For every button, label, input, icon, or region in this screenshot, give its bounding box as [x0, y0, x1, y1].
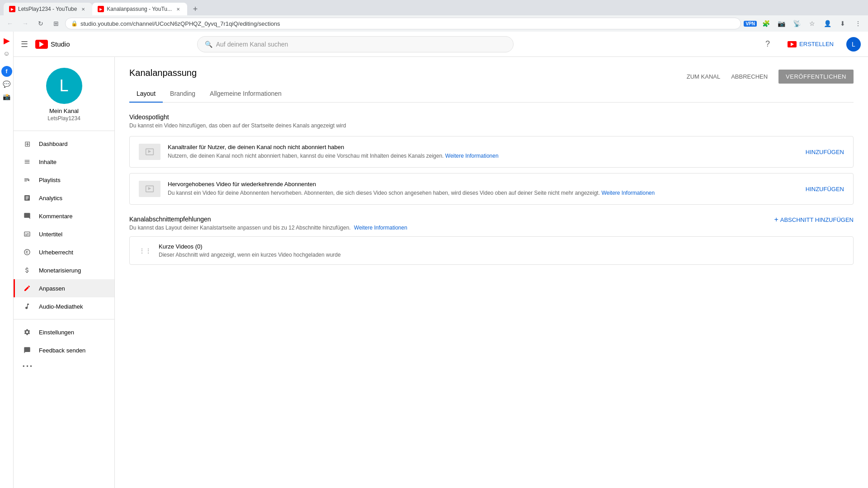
search-input-wrapper[interactable]: 🔍 [197, 36, 514, 52]
sidebar-item-anpassen[interactable]: Anpassen [14, 279, 114, 297]
tab-branding[interactable]: Branding [163, 85, 203, 103]
add-section-label: ABSCHNITT HINZUFÜGEN [780, 216, 854, 223]
create-label: ERSTELLEN [799, 41, 834, 47]
channel-avatar[interactable]: L [46, 68, 82, 104]
main-content: Kanalanpassung ZUM KANAL ABBRECHEN VERÖF… [115, 57, 868, 488]
short-video-info: Kurze Videos (0) Dieser Abschnitt wird a… [159, 243, 844, 258]
reload-button[interactable]: ↻ [34, 17, 47, 30]
hervorgehobenes-thumb [139, 181, 160, 197]
tab-1-close-icon[interactable]: ✕ [80, 5, 87, 13]
channel-handle: LetsPlay1234 [47, 115, 80, 122]
kanalabschnitt-title-area: Kanalabschnittempfehlungen Du kannst das… [129, 216, 407, 231]
sidebar-label-playlists: Playlists [39, 177, 61, 183]
hervorgehobenes-title: Hervorgehobenes Video für wiederkehrende… [168, 181, 798, 188]
sidebar-item-feedback[interactable]: Feedback senden [14, 341, 114, 359]
browser-tab-1[interactable]: ▶ LetsPlay1234 - YouTube ✕ [4, 3, 92, 15]
app-icon-3[interactable]: f [1, 66, 12, 77]
playlists-icon [23, 176, 32, 183]
url-text: studio.youtube.com/channel/UCocN6zQPHQZ_… [80, 20, 280, 27]
sidebar-item-playlists[interactable]: Playlists [14, 171, 114, 189]
drag-handle-icon[interactable]: ⋮⋮ [139, 247, 151, 254]
avatar[interactable]: L [846, 37, 861, 52]
hervorgehobenes-info: Hervorgehobenes Video für wiederkehrende… [168, 181, 798, 197]
hervorgehobenes-hinzufugen-button[interactable]: HINZUFÜGEN [806, 186, 844, 192]
sidebar-label-kommentare: Kommentare [39, 213, 72, 220]
analytics-icon [23, 194, 32, 202]
menu-button[interactable]: ⋮ [852, 17, 864, 30]
profile-button[interactable]: 👤 [821, 17, 834, 30]
cast-button[interactable]: 📡 [790, 17, 803, 30]
sidebar-item-inhalte[interactable]: Inhalte [14, 153, 114, 171]
sidebar-label-inhalte: Inhalte [39, 159, 57, 165]
new-tab-button[interactable]: + [189, 3, 202, 15]
dashboard-icon: ⊞ [23, 140, 32, 148]
studio-text: Studio [51, 40, 70, 48]
hervorgehobenes-card: Hervorgehobenes Video für wiederkehrende… [129, 173, 854, 205]
zum-kanal-link[interactable]: ZUM KANAL [687, 73, 720, 80]
videospotlight-section: Videospotlight Du kannst ein Video hinzu… [129, 113, 854, 205]
sidebar-label-monetarisierung: Monetarisierung [39, 267, 81, 274]
sidebar-item-untertitel[interactable]: Untertitel [14, 225, 114, 243]
back-button[interactable]: ← [4, 17, 16, 30]
yt-studio-logo[interactable]: Studio [35, 40, 70, 49]
lock-icon: 🔒 [71, 20, 78, 27]
tab-layout[interactable]: Layout [129, 85, 163, 103]
hervorgehobenes-desc-text: Du kannst ein Video für deine Abonnenten… [168, 190, 600, 196]
sidebar-item-kommentare[interactable]: Kommentare [14, 207, 114, 225]
app-icon-2[interactable]: ☺ [1, 48, 12, 59]
short-video-desc: Dieser Abschnitt wird angezeigt, wenn ei… [159, 252, 844, 258]
help-button[interactable]: ? [760, 37, 775, 52]
sidebar-item-monetarisierung[interactable]: Monetarisierung [14, 261, 114, 279]
download-button[interactable]: ⬇ [836, 17, 849, 30]
sidebar-item-audio-mediathek[interactable]: Audio-Mediathek [14, 297, 114, 315]
kanaltrailer-desc: Nutzern, die deinen Kanal noch nicht abo… [168, 152, 798, 160]
kanaltrailer-info: Kanaltrailer für Nutzer, die deinen Kana… [168, 144, 798, 160]
sidebar-item-einstellungen[interactable]: Einstellungen [14, 323, 114, 341]
bookmark-button[interactable]: ☆ [806, 17, 818, 30]
hervorgehobenes-desc: Du kannst ein Video für deine Abonnenten… [168, 189, 798, 197]
sidebar-item-urheberrecht[interactable]: Urheberrecht [14, 243, 114, 261]
forward-button[interactable]: → [19, 17, 32, 30]
abbrechen-link[interactable]: ABBRECHEN [731, 73, 768, 80]
kanaltrailer-thumb [139, 144, 160, 160]
sidebar-label-audio-mediathek: Audio-Mediathek [39, 303, 83, 310]
app-icon-1[interactable]: ▶ [1, 35, 12, 46]
sidebar-item-dashboard[interactable]: ⊞ Dashboard [14, 135, 114, 153]
untertitel-icon [23, 230, 32, 238]
search-icon: 🔍 [205, 41, 212, 48]
browser-tab-2[interactable]: ▶ Kanalanpassung - YouTu... ✕ [92, 3, 187, 15]
more-options[interactable]: • • • [23, 363, 32, 370]
app-icon-4[interactable]: 💬 [1, 79, 12, 89]
sidebar-item-analytics[interactable]: Analytics [14, 189, 114, 207]
kanalabschnitt-link[interactable]: Weitere Informationen [354, 225, 407, 231]
add-section-button[interactable]: + ABSCHNITT HINZUFÜGEN [774, 216, 854, 224]
sidebar-label-einstellungen: Einstellungen [39, 329, 74, 336]
search-bar: 🔍 [197, 36, 514, 52]
page-title: Kanalanpassung [129, 68, 197, 78]
hervorgehobenes-link[interactable]: Weitere Informationen [601, 190, 655, 196]
browser-chrome: ▶ LetsPlay1234 - YouTube ✕ ▶ Kanalanpass… [0, 0, 868, 32]
hamburger-menu[interactable]: ☰ [21, 39, 28, 49]
kanaltrailer-link[interactable]: Weitere Informationen [445, 153, 499, 159]
kanalabschnitt-title: Kanalabschnittempfehlungen [129, 216, 407, 223]
app-container: ▶ ☺ f 💬 📸 ☰ Studio 🔍 ? E [0, 32, 868, 488]
app-icon-5[interactable]: 📸 [1, 91, 12, 102]
extensions-button[interactable]: 🧩 [760, 17, 772, 30]
plus-icon: + [774, 216, 778, 224]
create-button[interactable]: ERSTELLEN [782, 38, 839, 50]
address-bar[interactable]: 🔒 studio.youtube.com/channel/UCocN6zQPHQ… [65, 18, 741, 29]
main-wrapper: ☰ Studio 🔍 ? ERSTELLEN L [14, 32, 868, 488]
tab-2-close-icon[interactable]: ✕ [175, 5, 182, 13]
home-button[interactable]: ⊞ [50, 17, 62, 30]
search-input[interactable] [216, 41, 506, 48]
audio-mediathek-icon [23, 303, 32, 310]
tab-allgemeine[interactable]: Allgemeine Informationen [203, 85, 289, 103]
camera-button[interactable]: 📷 [775, 17, 788, 30]
sidebar-label-dashboard: Dashboard [39, 141, 68, 147]
kanalabschnitt-desc-text: Du kannst das Layout deiner Kanalstartse… [129, 225, 351, 231]
short-video-title: Kurze Videos (0) [159, 243, 844, 250]
kanaltrailer-title: Kanaltrailer für Nutzer, die deinen Kana… [168, 144, 798, 150]
kanaltrailer-hinzufugen-button[interactable]: HINZUFÜGEN [806, 149, 844, 155]
veröffentlichen-button[interactable]: VERÖFFENTLICHEN [778, 70, 854, 84]
tab-1-title: LetsPlay1234 - YouTube [18, 6, 77, 12]
